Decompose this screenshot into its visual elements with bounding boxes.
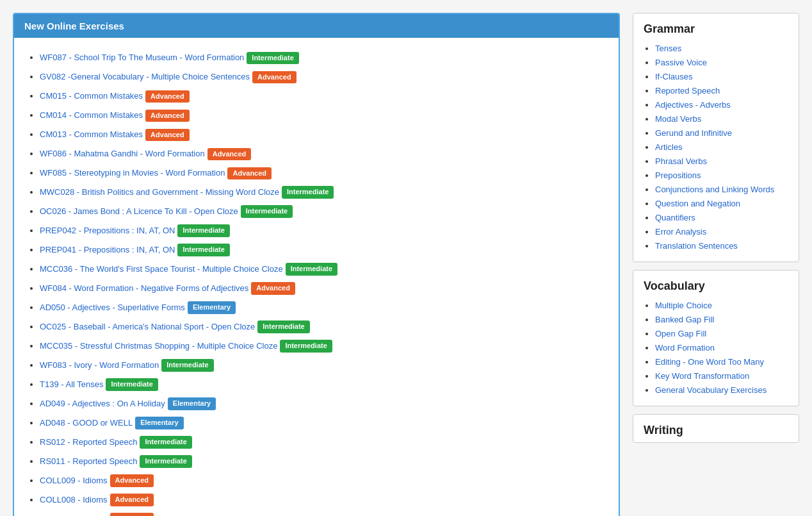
exercise-link[interactable]: COLL007 - Idioms <box>40 514 108 516</box>
exercise-link[interactable]: COLL009 - Idioms <box>40 476 108 485</box>
list-item: Gerund and Infinitive <box>655 126 788 140</box>
exercise-link[interactable]: GV082 -General Vocabulary - Multiple Cho… <box>40 72 250 81</box>
grammar-link[interactable]: Adjectives - Adverbs <box>655 100 731 110</box>
exercise-link[interactable]: WF084 - Word Formation - Negative Forms … <box>40 283 248 293</box>
level-badge: Intermediate <box>280 340 332 352</box>
exercise-link[interactable]: PREP042 - Prepositions : IN, AT, ON <box>40 226 175 235</box>
list-item: CM014 - Common MistakesAdvanced <box>40 106 606 125</box>
grammar-link[interactable]: Quantifiers <box>655 213 695 222</box>
exercises-header: New Online Exercises <box>14 14 619 38</box>
list-item: Multiple Choice <box>655 298 788 312</box>
exercise-link[interactable]: AD050 - Adjectives - Superlative Forms <box>40 303 185 312</box>
level-badge: Advanced <box>110 513 154 516</box>
exercise-link[interactable]: WF083 - Ivory - Word Formation <box>40 360 159 370</box>
sidebar: Grammar TensesPassive VoiceIf-ClausesRep… <box>633 13 799 516</box>
vocabulary-link[interactable]: Key Word Transformation <box>655 371 749 381</box>
level-badge: Advanced <box>145 129 190 141</box>
vocabulary-link[interactable]: Multiple Choice <box>655 301 712 310</box>
level-badge: Intermediate <box>247 52 298 64</box>
exercise-link[interactable]: MCC035 - Stressful Christmas Shopping - … <box>40 341 277 351</box>
exercise-link[interactable]: WF086 - Mahatma Gandhi - Word Formation <box>40 149 205 158</box>
level-badge: Intermediate <box>286 263 337 275</box>
exercise-link[interactable]: CM013 - Common Mistakes <box>40 129 143 139</box>
list-item: MCC035 - Stressful Christmas Shopping - … <box>40 337 606 356</box>
exercise-link[interactable]: MCC036 - The World's First Space Tourist… <box>40 264 283 274</box>
list-item: Open Gap Fill <box>655 326 788 340</box>
vocabulary-link[interactable]: Word Formation <box>655 343 715 353</box>
level-badge: Intermediate <box>177 244 229 256</box>
level-badge: Intermediate <box>282 186 334 198</box>
vocabulary-link[interactable]: Open Gap Fill <box>655 329 706 338</box>
grammar-title: Grammar <box>633 13 799 41</box>
list-item: Articles <box>655 140 788 154</box>
list-item: Question and Negation <box>655 196 788 210</box>
exercise-link[interactable]: OC025 - Baseball - America's National Sp… <box>40 322 255 331</box>
list-item: Error Analysis <box>655 224 788 238</box>
grammar-box: Grammar TensesPassive VoiceIf-ClausesRep… <box>633 13 799 262</box>
exercises-box: New Online Exercises WF087 - School Trip… <box>13 13 620 516</box>
list-item: COLL008 - IdiomsAdvanced <box>40 490 606 510</box>
list-item: Conjunctions and Linking Words <box>655 182 788 196</box>
level-badge: Advanced <box>110 474 154 487</box>
grammar-link[interactable]: Tenses <box>655 44 681 53</box>
list-item: AD050 - Adjectives - Superlative FormsEl… <box>40 298 606 317</box>
exercise-link[interactable]: CM014 - Common Mistakes <box>40 110 143 120</box>
level-badge: Advanced <box>145 110 190 122</box>
grammar-link[interactable]: Error Analysis <box>655 227 706 237</box>
list-item: COLL009 - IdiomsAdvanced <box>40 471 606 490</box>
exercise-link[interactable]: PREP041 - Prepositions : IN, AT, ON <box>40 245 175 254</box>
grammar-link[interactable]: Conjunctions and Linking Words <box>655 185 774 194</box>
grammar-link[interactable]: Phrasal Verbs <box>655 156 707 166</box>
grammar-link[interactable]: Gerund and Infinitive <box>655 128 732 138</box>
grammar-link[interactable]: Articles <box>655 142 683 152</box>
exercise-link[interactable]: OC026 - James Bond : A Licence To Kill -… <box>40 206 238 216</box>
grammar-link[interactable]: Prepositions <box>655 171 701 180</box>
list-item: COLL007 - IdiomsAdvanced <box>40 510 606 516</box>
page-wrapper: New Online Exercises WF087 - School Trip… <box>0 0 812 516</box>
vocabulary-link[interactable]: Banked Gap Fill <box>655 315 715 324</box>
grammar-link[interactable]: Reported Speech <box>655 86 720 96</box>
exercise-link[interactable]: RS011 - Reported Speech <box>40 456 137 466</box>
grammar-link[interactable]: Question and Negation <box>655 199 740 208</box>
list-item: MWC028 - British Politics and Government… <box>40 183 606 202</box>
exercise-link[interactable]: CM015 - Common Mistakes <box>40 91 143 101</box>
level-badge: Intermediate <box>177 224 229 237</box>
list-item: Word Formation <box>655 340 788 354</box>
grammar-link[interactable]: Passive Voice <box>655 58 707 67</box>
level-badge: Advanced <box>145 90 190 103</box>
writing-box: Writing <box>633 414 799 443</box>
list-item: WF084 - Word Formation - Negative Forms … <box>40 279 606 298</box>
list-item: PREP041 - Prepositions : IN, AT, ONInter… <box>40 240 606 260</box>
level-badge: Intermediate <box>140 455 191 467</box>
list-item: General Vocabulary Exercises <box>655 383 788 397</box>
exercises-title: New Online Exercises <box>24 21 124 31</box>
level-badge: Advanced <box>227 167 272 179</box>
list-item: OC025 - Baseball - America's National Sp… <box>40 317 606 337</box>
list-item: WF086 - Mahatma Gandhi - Word FormationA… <box>40 144 606 163</box>
exercise-link[interactable]: MWC028 - British Politics and Government… <box>40 187 279 197</box>
list-item: GV082 -General Vocabulary - Multiple Cho… <box>40 67 606 87</box>
list-item: Phrasal Verbs <box>655 154 788 168</box>
list-item: Prepositions <box>655 168 788 182</box>
exercise-link[interactable]: COLL008 - Idioms <box>40 495 108 504</box>
grammar-link[interactable]: Modal Verbs <box>655 114 701 124</box>
exercise-link[interactable]: AD049 - Adjectives : On A Holiday <box>40 399 165 408</box>
exercises-list: WF087 - School Trip To The Museum - Word… <box>14 38 619 516</box>
grammar-link[interactable]: Translation Sentences <box>655 241 738 251</box>
level-badge: Intermediate <box>257 320 309 333</box>
list-item: Passive Voice <box>655 55 788 69</box>
list-item: Banked Gap Fill <box>655 312 788 326</box>
vocabulary-link[interactable]: General Vocabulary Exercises <box>655 385 767 395</box>
exercise-link[interactable]: WF087 - School Trip To The Museum - Word… <box>40 53 244 62</box>
vocabulary-link[interactable]: Editing - One Word Too Many <box>655 357 764 367</box>
list-item: CM015 - Common MistakesAdvanced <box>40 87 606 106</box>
exercise-link[interactable]: RS012 - Reported Speech <box>40 437 137 447</box>
list-item: RS011 - Reported SpeechIntermediate <box>40 452 606 471</box>
exercise-link[interactable]: AD048 - GOOD or WELL <box>40 418 133 428</box>
list-item: Editing - One Word Too Many <box>655 354 788 369</box>
list-item: Modal Verbs <box>655 112 788 126</box>
list-item: Translation Sentences <box>655 238 788 253</box>
grammar-link[interactable]: If-Clauses <box>655 72 693 81</box>
exercise-link[interactable]: WF085 - Stereotyping in Movies - Word Fo… <box>40 168 225 178</box>
exercise-link[interactable]: T139 - All Tenses <box>40 379 103 389</box>
